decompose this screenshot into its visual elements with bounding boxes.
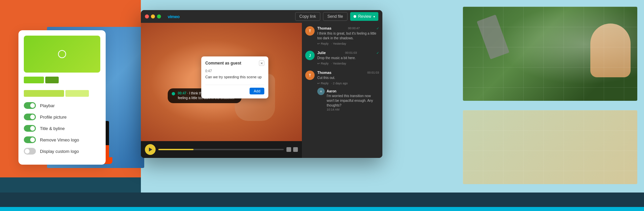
- toggle-title-byline[interactable]: Title & byline: [24, 125, 100, 132]
- comment-item: T Thomas 00:01:03 Cut this out. ↩ Reply …: [305, 71, 379, 111]
- reply-row: ↩ Reply · Yesterday: [317, 62, 379, 65]
- vimeo-window: vimeo Copy link Send file Review ▾ 00:47: [141, 10, 382, 158]
- toggle-title-switch[interactable]: [24, 125, 36, 132]
- comment-text: Cut this out.: [317, 76, 379, 80]
- send-file-button[interactable]: Send file: [323, 12, 347, 21]
- guest-comment-modal: Comment as guest ✕ 0:47 Can we try speed…: [201, 56, 268, 98]
- reply-link[interactable]: ↩ Reply: [317, 42, 329, 45]
- modal-timestamp: 0:47: [205, 69, 264, 73]
- toggle-playbar-switch[interactable]: [24, 102, 36, 109]
- reply-time: · Yesterday: [331, 42, 346, 45]
- nested-comment-body: Aaron I'm worried this transition now wo…: [327, 88, 379, 111]
- comment-header: Thomas 00:00:47 ✓: [317, 26, 379, 30]
- preview-play-circle: [58, 50, 66, 58]
- comment-body-thomas2: Thomas 00:01:03 Cut this out. ↩ Reply · …: [317, 71, 379, 111]
- reply-row: ↩ Reply · 2 days ago: [317, 82, 379, 85]
- leaves-photo-top: [463, 7, 637, 101]
- player-preview: [24, 36, 100, 73]
- nested-comment-time: 10:14 AM: [327, 108, 379, 111]
- toggle-custom-logo-switch[interactable]: [24, 148, 36, 155]
- comment-item: J Julie 00:01:03 ✓ Drop the music a bit …: [305, 51, 379, 65]
- traffic-lights: [145, 14, 161, 18]
- toggle-remove-logo-switch[interactable]: [24, 136, 36, 143]
- swatch-lime: [24, 90, 64, 97]
- close-button[interactable]: [145, 14, 149, 18]
- toggle-custom-logo-label: Display custom logo: [40, 149, 79, 154]
- control-icons: [286, 147, 298, 152]
- right-photos: [456, 0, 644, 211]
- reply-time: · 2 days ago: [331, 82, 348, 85]
- volume-icon[interactable]: [286, 147, 291, 152]
- comment-body-thomas: Thomas 00:00:47 ✓ I think this is great,…: [317, 26, 379, 45]
- comment-item: T Thomas 00:00:47 ✓ I think this is grea…: [305, 26, 379, 45]
- window-titlebar: vimeo Copy link Send file Review ▾: [141, 10, 382, 23]
- comment-text: I think this is great, but it's feeling …: [317, 31, 379, 41]
- video-controls: [141, 141, 302, 158]
- toggle-profile-switch[interactable]: [24, 114, 36, 120]
- leaves-photo-bottom: [463, 110, 637, 184]
- fullscreen-icon[interactable]: [293, 147, 298, 152]
- play-button[interactable]: [145, 144, 156, 155]
- check-icon: ✓: [376, 51, 379, 55]
- video-thumbnail: 00:47 · I think this is great, but it's …: [141, 23, 302, 141]
- reply-time: · Yesterday: [331, 62, 346, 65]
- comment-header: Julie 00:01:03 ✓: [317, 51, 379, 55]
- modal-close-button[interactable]: ✕: [259, 60, 264, 66]
- swatch-green: [24, 77, 44, 83]
- avatar-thomas2: T: [305, 71, 315, 80]
- avatar-julie: J: [305, 51, 315, 60]
- modal-input[interactable]: Can we try speeding this scene up: [205, 75, 264, 85]
- play-icon: [149, 147, 152, 152]
- comment-header: Thomas 00:01:03: [317, 71, 379, 75]
- comment-bubble-timestamp: 00:47: [178, 91, 186, 95]
- window-actions: Copy link Send file Review ▾: [295, 12, 378, 21]
- toggle-custom-logo[interactable]: Display custom logo: [24, 148, 100, 155]
- review-chevron-icon: ▾: [373, 15, 375, 18]
- maximize-button[interactable]: [157, 14, 161, 18]
- toggle-profile-label: Profile picture: [40, 115, 66, 120]
- modal-title: Comment as guest: [205, 61, 241, 66]
- swatch-bottom-row: [24, 90, 100, 97]
- customize-player-panel: Playbar Profile picture Title & byline R…: [18, 30, 106, 165]
- bottom-bar: [0, 193, 644, 211]
- review-button[interactable]: Review ▾: [350, 12, 378, 21]
- check-icon: ✓: [376, 27, 379, 30]
- toggle-profile-picture[interactable]: Profile picture: [24, 114, 100, 120]
- toggle-remove-logo[interactable]: Remove Vimeo logo: [24, 136, 100, 143]
- commenter-name: Thomas: [317, 71, 331, 75]
- toggle-playbar[interactable]: Playbar: [24, 102, 100, 109]
- comment-text: Drop the music a bit here.: [317, 56, 379, 60]
- avatar-thomas: T: [305, 26, 315, 36]
- nested-comment-aaron: A Aaron I'm worried this transition now …: [317, 88, 379, 111]
- comment-time: 00:01:03: [367, 71, 379, 74]
- reply-link[interactable]: ↩ Reply: [317, 82, 329, 85]
- reply-link[interactable]: ↩ Reply: [317, 62, 329, 65]
- commenter-name: Thomas: [317, 26, 331, 30]
- comment-body-julie: Julie 00:01:03 ✓ Drop the music a bit he…: [317, 51, 379, 65]
- window-body: 00:47 · I think this is great, but it's …: [141, 23, 382, 158]
- copy-link-button[interactable]: Copy link: [295, 12, 320, 21]
- comment-time: 00:00:47: [348, 27, 360, 30]
- swatch-light: [65, 90, 89, 97]
- comments-panel: T Thomas 00:00:47 ✓ I think this is grea…: [302, 23, 382, 158]
- nested-comment-text: I'm worried this transition now won't be…: [327, 94, 379, 108]
- reply-row: ↩ Reply · Yesterday: [317, 42, 379, 45]
- minimize-button[interactable]: [151, 14, 155, 18]
- vimeo-logo: vimeo: [168, 14, 179, 19]
- comment-dot: [172, 92, 175, 95]
- video-area[interactable]: 00:47 · I think this is great, but it's …: [141, 23, 302, 158]
- progress-fill: [158, 149, 194, 150]
- avatar-aaron: A: [317, 88, 325, 95]
- modal-add-button[interactable]: Add: [250, 88, 264, 94]
- nested-commenter-name: Aaron: [327, 89, 336, 93]
- toggle-playbar-label: Playbar: [40, 103, 55, 108]
- commenter-name: Julie: [317, 51, 326, 55]
- color-swatches: [24, 77, 100, 83]
- modal-header: Comment as guest ✕: [205, 60, 264, 66]
- progress-bar[interactable]: [158, 149, 284, 150]
- grid-overlay: [463, 7, 637, 101]
- teal-accent: [0, 207, 644, 211]
- swatch-dark-green: [45, 77, 59, 83]
- toggle-remove-logo-label: Remove Vimeo logo: [40, 137, 79, 142]
- comment-time: 00:01:03: [345, 51, 357, 54]
